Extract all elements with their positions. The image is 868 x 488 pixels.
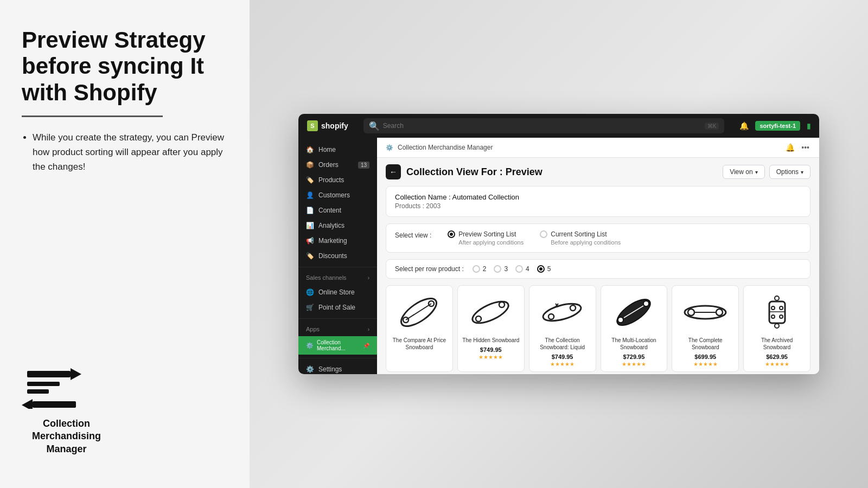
topbar-bell-button[interactable]: 🔔	[784, 142, 796, 153]
product-card-3[interactable]: The Collection Snowboard: Liquid $749.95…	[529, 285, 596, 372]
sidebar-divider-2	[298, 318, 377, 319]
sidebar-item-label: Analytics	[318, 222, 344, 229]
svg-rect-27	[769, 301, 785, 323]
view-selector-card: Select view : Preview Sorting List After…	[386, 223, 810, 253]
options-button[interactable]: Options ▾	[769, 165, 810, 179]
svg-point-20	[618, 317, 623, 323]
shopify-window: S shopify 🔍 ⌘K 🔔 sortyfi-test-1 ▮ 🏠 Home	[298, 114, 819, 374]
product-card-4[interactable]: The Multi-Location Snowboard $729.95 ★★★…	[601, 285, 668, 372]
svg-point-15	[548, 314, 554, 319]
current-sorting-option[interactable]: Current Sorting List Before applying con…	[540, 230, 621, 246]
preview-sorting-option[interactable]: Preview Sorting List After applying cond…	[448, 230, 524, 246]
back-button[interactable]: ←	[386, 164, 401, 179]
skateboard-svg-1	[396, 292, 442, 332]
content-top-bar: ⚙️ Collection Merchandise Manager 🔔 •••	[377, 138, 819, 158]
product-name-2: The Hidden Snowboard	[462, 337, 519, 344]
per-row-5[interactable]: 5	[537, 265, 551, 273]
svg-point-25	[716, 309, 723, 316]
sidebar-item-products[interactable]: 🏷️ Products	[298, 172, 377, 188]
product-card-6[interactable]: The Archived Snowboard $629.95 ★★★★★	[743, 285, 810, 372]
shopify-topbar: S shopify 🔍 ⌘K 🔔 sortyfi-test-1 ▮	[298, 114, 819, 138]
per-row-2[interactable]: 2	[473, 265, 487, 273]
sidebar-item-home[interactable]: 🏠 Home	[298, 142, 377, 157]
product-stars-3: ★★★★★	[550, 361, 575, 367]
select-view-label: Select view :	[395, 230, 431, 239]
product-footer-4: The Multi-Location Snowboard $729.95 ★★★…	[605, 337, 663, 367]
options-arrow: ▾	[801, 169, 803, 175]
info-card: Collection Name : Automated Collection P…	[386, 186, 810, 217]
per-row-4-radio[interactable]	[515, 265, 523, 273]
svg-point-21	[643, 301, 649, 306]
sidebar-item-analytics[interactable]: 📊 Analytics	[298, 218, 377, 233]
plugin-title: Collection Merchandise Manager	[398, 144, 780, 151]
svg-point-30	[771, 315, 775, 318]
collection-header: ← Collection View For : Preview View on …	[386, 164, 810, 179]
preview-sorting-sub: After applying conditions	[458, 239, 524, 246]
settings-label: Settings	[318, 365, 342, 373]
svg-point-13	[499, 302, 505, 307]
svg-point-33	[775, 296, 779, 300]
topbar-more-button[interactable]: •••	[800, 142, 810, 153]
plugin-icon: ⚙️	[386, 144, 393, 151]
view-on-button[interactable]: View on ▾	[723, 165, 764, 179]
current-sorting-radio[interactable]	[540, 230, 547, 238]
sales-channels-section[interactable]: Sales channels ›	[298, 271, 377, 285]
products-count: Products : 2003	[395, 202, 801, 210]
user-badge[interactable]: sortyfi-test-1	[755, 121, 800, 131]
product-card-5[interactable]: The Complete Snowboard $699.95 ★★★★★	[672, 285, 739, 372]
sidebar-item-online-store[interactable]: 🌐 Online Store	[298, 285, 377, 300]
logo-text: CollectionMerchandisingManager	[22, 418, 111, 455]
discounts-icon: 🏷️	[306, 252, 314, 260]
svg-marker-4	[22, 399, 33, 409]
sidebar-item-label: Marketing	[318, 237, 347, 245]
preview-sorting-label: Preview Sorting List	[458, 230, 516, 238]
apps-label: Apps	[306, 326, 320, 332]
bullet-list: While you create the strategy, you can P…	[22, 130, 228, 175]
pos-icon: 🛒	[306, 304, 314, 311]
sidebar-item-label: Home	[318, 146, 336, 153]
chevron-right-icon-2: ›	[368, 326, 369, 332]
sidebar-item-pos[interactable]: 🛒 Point of Sale	[298, 300, 377, 315]
sidebar-item-settings[interactable]: ⚙️ Settings	[298, 362, 377, 374]
product-footer-6: The Archived Snowboard $629.95 ★★★★★	[748, 337, 806, 367]
sidebar-item-collection-merch[interactable]: ⚙️ Collection Merchand... 📌	[298, 336, 377, 355]
per-row-5-radio[interactable]	[537, 265, 545, 273]
sidebar-item-content[interactable]: 📄 Content	[298, 203, 377, 218]
sidebar-item-orders[interactable]: 📦 Orders 13	[298, 157, 377, 172]
apps-section[interactable]: Apps ›	[298, 322, 377, 336]
sales-channels-label: Sales channels	[306, 274, 347, 281]
product-image-3	[534, 290, 591, 333]
sidebar-item-discounts[interactable]: 🏷️ Discounts	[298, 248, 377, 264]
sidebar-item-customers[interactable]: 👤 Customers	[298, 188, 377, 203]
shopify-logo-icon: S	[307, 120, 318, 131]
orders-icon: 📦	[306, 161, 314, 169]
per-row-3[interactable]: 3	[494, 265, 508, 273]
customers-icon: 👤	[306, 191, 314, 199]
shopify-logo: S shopify	[307, 120, 348, 131]
sidebar-item-marketing[interactable]: 📢 Marketing	[298, 233, 377, 248]
sidebar: 🏠 Home 📦 Orders 13 🏷️ Products 👤 Custome…	[298, 138, 377, 374]
per-row-3-radio[interactable]	[494, 265, 501, 273]
per-row-4[interactable]: 4	[515, 265, 529, 273]
options-label: Options	[776, 168, 799, 176]
main-layout: 🏠 Home 📦 Orders 13 🏷️ Products 👤 Custome…	[298, 138, 819, 374]
search-icon: 🔍	[369, 121, 380, 131]
per-row-2-radio[interactable]	[473, 265, 480, 273]
product-name-3: The Collection Snowboard: Liquid	[534, 337, 591, 351]
product-price-4: $729.95	[623, 354, 645, 360]
product-card-2[interactable]: The Hidden Snowboard $749.95 ★★★★★	[457, 285, 525, 372]
bell-icon[interactable]: 🔔	[739, 121, 749, 130]
right-panel: S shopify 🔍 ⌘K 🔔 sortyfi-test-1 ▮ 🏠 Home	[250, 0, 868, 488]
per-row-2-label: 2	[483, 265, 487, 273]
home-icon: 🏠	[306, 146, 314, 153]
svg-rect-3	[27, 389, 49, 394]
search-input[interactable]	[383, 122, 701, 130]
product-stars-5: ★★★★★	[693, 361, 718, 367]
product-card-1[interactable]: The Compare At Price Snowboard	[386, 285, 453, 372]
skateboard-svg-5	[682, 292, 729, 332]
shopify-logo-text: shopify	[321, 121, 348, 130]
preview-sorting-radio[interactable]	[448, 230, 455, 238]
topbar-search-container[interactable]: 🔍 ⌘K	[363, 118, 725, 133]
product-price-5: $699.95	[694, 354, 716, 360]
sidebar-item-label: Content	[318, 207, 341, 214]
